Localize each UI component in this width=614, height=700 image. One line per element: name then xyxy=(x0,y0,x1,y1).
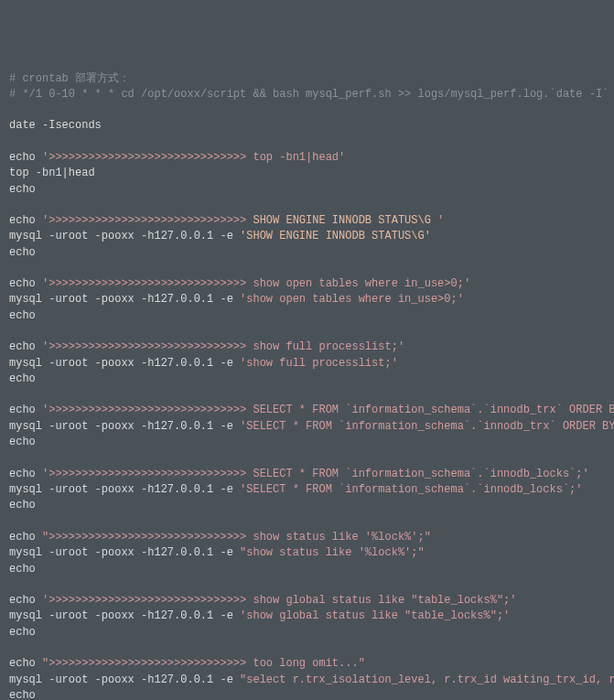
code-segment: mysql -uroot -pooxx -h127.0.0.1 -e xyxy=(9,420,240,433)
code-line: echo xyxy=(9,245,605,261)
code-line: echo xyxy=(9,625,605,641)
code-line xyxy=(9,102,605,118)
code-line: echo '>>>>>>>>>>>>>>>>>>>>>>>>>>>>>> top… xyxy=(9,150,605,166)
code-segment: "show status like '%lock%';" xyxy=(240,546,425,559)
code-line: echo ">>>>>>>>>>>>>>>>>>>>>>>>>>>>>> too… xyxy=(9,656,605,672)
code-segment: "select r.trx_isolation_level, r.trx_id … xyxy=(240,673,614,686)
code-segment: mysql -uroot -pooxx -h127.0.0.1 -e xyxy=(9,609,240,622)
code-segment: echo xyxy=(9,594,42,607)
code-segment: echo xyxy=(9,246,36,259)
code-segment: echo xyxy=(9,531,42,544)
code-segment: '>>>>>>>>>>>>>>>>>>>>>>>>>>>>>> show ful… xyxy=(42,340,404,353)
code-line: echo '>>>>>>>>>>>>>>>>>>>>>>>>>>>>>> SEL… xyxy=(9,403,605,418)
code-segment: echo xyxy=(9,626,36,639)
code-segment: '>>>>>>>>>>>>>>>>>>>>>>>>>>>>>> top -bn1… xyxy=(42,151,345,164)
code-segment: ' xyxy=(437,214,444,227)
code-segment: ">>>>>>>>>>>>>>>>>>>>>>>>>>>>>> show sta… xyxy=(42,531,431,544)
code-line: echo '>>>>>>>>>>>>>>>>>>>>>>>>>>>>>> sho… xyxy=(9,339,605,355)
code-line: echo xyxy=(9,562,605,577)
code-segment: echo xyxy=(9,468,42,480)
code-line: date -Iseconds xyxy=(9,118,605,134)
code-segment: echo xyxy=(9,563,36,576)
code-segment: '>>>>>>>>>>>>>>>>>>>>>>>>>>>>>> show ope… xyxy=(42,277,470,290)
code-line: mysql -uroot -pooxx -h127.0.0.1 -e 'SELE… xyxy=(9,482,605,498)
code-block: # crontab 部署方式：# */1 0-10 * * * cd /opt/… xyxy=(9,71,605,700)
code-segment: echo xyxy=(9,372,36,385)
code-segment: 'SELECT * FROM `information_schema`.`inn… xyxy=(240,420,614,433)
code-segment: mysql -uroot -pooxx -h127.0.0.1 -e xyxy=(9,546,240,559)
code-line: # crontab 部署方式： xyxy=(9,71,605,87)
code-line: echo xyxy=(9,498,605,513)
code-segment: echo xyxy=(9,404,42,416)
code-line: echo '>>>>>>>>>>>>>>>>>>>>>>>>>>>>>> sho… xyxy=(9,593,605,608)
code-segment: '>>>>>>>>>>>>>>>>>>>>>>>>>>>>>> SELECT *… xyxy=(42,468,589,480)
code-segment: echo xyxy=(9,436,36,448)
code-segment: '>>>>>>>>>>>>>>>>>>>>>>>>>>>>>> SELECT *… xyxy=(42,404,614,416)
code-line xyxy=(9,514,605,530)
code-segment: mysql -uroot -pooxx -h127.0.0.1 -e xyxy=(9,230,240,242)
code-segment: ">>>>>>>>>>>>>>>>>>>>>>>>>>>>>> too long… xyxy=(42,657,365,670)
code-line xyxy=(9,387,605,403)
code-segment: '>>>>>>>>>>>>>>>>>>>>>>>>>>>>>> xyxy=(42,214,253,227)
code-line: top -bn1|head xyxy=(9,166,605,181)
code-line: mysql -uroot -pooxx -h127.0.0.1 -e 'SHOW… xyxy=(9,229,605,244)
code-line: echo xyxy=(9,308,605,324)
code-line: echo xyxy=(9,688,605,700)
code-line: echo '>>>>>>>>>>>>>>>>>>>>>>>>>>>>>> sho… xyxy=(9,276,605,292)
code-segment: SHOW ENGINE INNODB STATUS\G xyxy=(253,214,437,227)
code-line: mysql -uroot -pooxx -h127.0.0.1 -e 'show… xyxy=(9,292,605,307)
code-line: mysql -uroot -pooxx -h127.0.0.1 -e 'show… xyxy=(9,356,605,372)
code-segment: echo xyxy=(9,499,36,512)
code-segment: '>>>>>>>>>>>>>>>>>>>>>>>>>>>>>> show glo… xyxy=(42,594,516,607)
code-line: echo xyxy=(9,435,605,450)
code-line: mysql -uroot -pooxx -h127.0.0.1 -e "show… xyxy=(9,545,605,561)
code-line: mysql -uroot -pooxx -h127.0.0.1 -e 'show… xyxy=(9,608,605,624)
code-line xyxy=(9,641,605,656)
code-line: echo xyxy=(9,182,605,198)
code-segment: echo xyxy=(9,657,42,670)
code-segment: echo xyxy=(9,309,36,322)
code-segment: echo xyxy=(9,340,42,353)
code-line: echo ">>>>>>>>>>>>>>>>>>>>>>>>>>>>>> sho… xyxy=(9,530,605,545)
code-segment: mysql -uroot -pooxx -h127.0.0.1 -e xyxy=(9,673,240,686)
code-segment: 'show global status like "table_locks%";… xyxy=(240,609,510,622)
code-segment: echo xyxy=(9,214,42,227)
code-segment: echo xyxy=(9,183,36,196)
code-segment: 'SHOW ENGINE INNODB STATUS\G' xyxy=(240,230,431,242)
code-segment: # */1 0-10 * * * cd /opt/ooxx/script && … xyxy=(9,88,614,101)
code-segment: # crontab 部署方式： xyxy=(9,72,130,85)
code-segment: top -bn1|head xyxy=(9,167,95,179)
code-segment: echo xyxy=(9,151,42,164)
code-segment: 'SELECT * FROM `information_schema`.`inn… xyxy=(240,483,582,496)
code-line: echo xyxy=(9,372,605,387)
code-line xyxy=(9,577,605,593)
code-line: echo '>>>>>>>>>>>>>>>>>>>>>>>>>>>>>> SHO… xyxy=(9,213,605,229)
code-line: mysql -uroot -pooxx -h127.0.0.1 -e 'SELE… xyxy=(9,419,605,435)
code-segment: 'show full processlist;' xyxy=(240,357,398,370)
code-line xyxy=(9,451,605,467)
code-segment: mysql -uroot -pooxx -h127.0.0.1 -e xyxy=(9,483,240,496)
code-segment: mysql -uroot -pooxx -h127.0.0.1 -e xyxy=(9,357,240,370)
code-line xyxy=(9,198,605,213)
code-line: echo '>>>>>>>>>>>>>>>>>>>>>>>>>>>>>> SEL… xyxy=(9,467,605,482)
code-line: mysql -uroot -pooxx -h127.0.0.1 -e "sele… xyxy=(9,673,605,688)
code-segment: date -Iseconds xyxy=(9,119,102,132)
code-segment: echo xyxy=(9,277,42,290)
code-line xyxy=(9,135,605,150)
code-segment: 'show open tables where in_use>0;' xyxy=(240,293,464,306)
code-line: # */1 0-10 * * * cd /opt/ooxx/script && … xyxy=(9,87,605,102)
code-line xyxy=(9,324,605,339)
code-segment: echo xyxy=(9,689,36,700)
code-segment: mysql -uroot -pooxx -h127.0.0.1 -e xyxy=(9,293,240,306)
code-line xyxy=(9,261,605,276)
